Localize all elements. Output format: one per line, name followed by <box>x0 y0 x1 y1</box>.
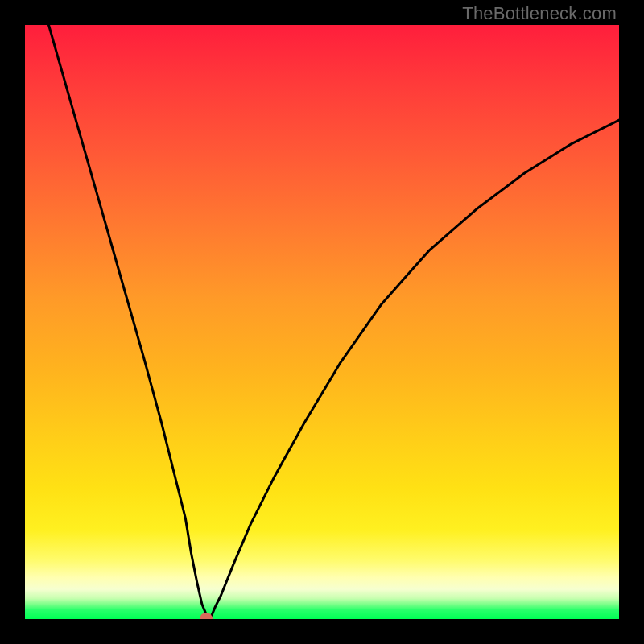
chart-frame: TheBottleneck.com <box>0 0 644 644</box>
curve-layer <box>25 25 619 619</box>
bottleneck-curve <box>49 25 620 619</box>
attribution-text: TheBottleneck.com <box>462 3 617 24</box>
optimum-marker <box>200 613 213 619</box>
plot-area <box>25 25 619 619</box>
